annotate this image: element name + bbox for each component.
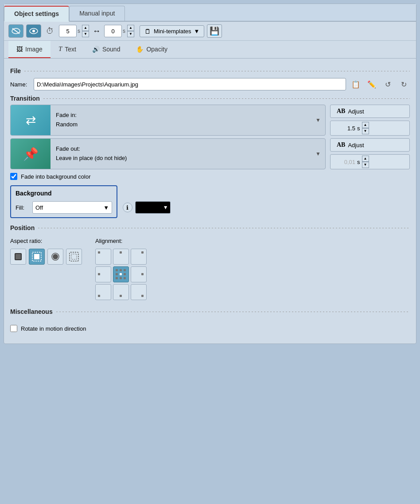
tab-sound[interactable]: 🔊 Sound: [84, 41, 128, 58]
align-bottom-right[interactable]: [131, 284, 147, 300]
offset-arrows: ▲ ▼: [127, 25, 134, 37]
mini-templates-icon: 🗒: [144, 27, 151, 35]
fade-out-adjust-button[interactable]: AB Adjust: [330, 138, 410, 152]
aspect-icon-original[interactable]: [10, 249, 26, 265]
text-tab-label: Text: [65, 46, 76, 53]
svg-rect-9: [53, 254, 58, 259]
background-section-label: Background: [16, 190, 112, 197]
fade-out-dropdown[interactable]: 📌 Fade out: Leave in place (do not hide)…: [10, 138, 326, 169]
rotate-left-button[interactable]: ↺: [381, 78, 394, 90]
rotate-checkbox-row: Rotate in motion direction: [10, 325, 410, 332]
edit-color-button[interactable]: ✏️: [366, 78, 378, 90]
transition-section-label: Transition: [10, 95, 40, 102]
browse-button[interactable]: 📋: [350, 78, 362, 90]
position-section-header: Position: [10, 224, 410, 231]
tab-manual-input[interactable]: Manual input: [69, 6, 125, 21]
tab-text[interactable]: T Text: [51, 41, 84, 58]
offset-up[interactable]: ▲: [127, 25, 134, 31]
color-picker-button[interactable]: ▼: [135, 201, 171, 214]
image-tab-label: Image: [25, 46, 43, 53]
tab-image[interactable]: 🖼 Image: [8, 41, 51, 58]
content-tabs: 🖼 Image T Text 🔊 Sound ✋ Opacity: [4, 41, 416, 59]
fade-in-duration-input[interactable]: [333, 125, 355, 132]
main-container: Object settings Manual input ⏱ 5 s ▲ ▼ ↔: [4, 4, 416, 344]
background-box: Background Fill: Off ▼: [10, 185, 117, 218]
fade-out-up[interactable]: ▲: [362, 156, 369, 162]
visibility-off-btn[interactable]: [8, 24, 23, 38]
color-dropdown-arrow: ▼: [163, 204, 168, 211]
sound-tab-icon: 🔊: [92, 46, 100, 53]
align-middle-center[interactable]: [113, 266, 129, 282]
align-middle-right[interactable]: [131, 266, 147, 282]
fade-out-duration-arrows: ▲ ▼: [362, 156, 369, 168]
image-tab-icon: 🖼: [16, 46, 23, 53]
clock-icon: ⏱: [44, 25, 56, 37]
fade-bg-checkbox-row: Fade into background color: [10, 173, 410, 180]
fill-arrow: ▼: [103, 204, 109, 211]
duration-input[interactable]: 5: [59, 25, 77, 37]
offset-unit: s: [123, 28, 125, 34]
save-icon: 💾: [210, 26, 219, 36]
fill-dropdown[interactable]: Off ▼: [32, 201, 112, 214]
fade-in-duration-arrows: ▲ ▼: [362, 122, 369, 134]
fade-bg-checkbox[interactable]: [10, 173, 17, 180]
fade-bg-label: Fade into background color: [21, 173, 91, 180]
duration-down[interactable]: ▼: [82, 31, 89, 37]
rotate-label: Rotate in motion direction: [21, 325, 86, 332]
align-top-center[interactable]: [113, 249, 129, 265]
misc-content: Rotate in motion direction: [10, 318, 410, 339]
offset-field: 0 s ▲ ▼: [104, 25, 134, 37]
fade-in-dropdown[interactable]: ⇄ Fade in: Random ▼: [10, 105, 326, 136]
fade-out-down[interactable]: ▼: [362, 162, 369, 168]
duration-unit: s: [78, 28, 80, 34]
aspect-icon-fit[interactable]: [29, 249, 45, 265]
file-path-input[interactable]: [34, 78, 346, 90]
rotate-checkbox[interactable]: [10, 325, 17, 332]
fade-in-label: Fade in:: [56, 111, 306, 120]
aspect-icons: [10, 249, 82, 265]
aspect-icon-crop[interactable]: [66, 249, 82, 265]
fade-out-duration-input[interactable]: [333, 159, 355, 165]
fade-out-value: Leave in place (do not hide): [56, 154, 306, 163]
fade-out-thumbnail: 📌: [11, 139, 51, 169]
visibility-on-btn[interactable]: [26, 24, 41, 38]
fade-in-arrow: ▼: [311, 117, 325, 123]
duration-up[interactable]: ▲: [82, 25, 89, 31]
adjust-label: Adjust: [348, 108, 364, 115]
tab-object-settings[interactable]: Object settings: [4, 6, 69, 22]
rotate-right-button[interactable]: ↻: [397, 78, 410, 90]
file-row: Name: 📋 ✏️ ↺ ↻: [10, 78, 410, 90]
info-icon[interactable]: ℹ: [123, 203, 132, 212]
offset-input[interactable]: 0: [104, 25, 122, 37]
miscellaneous-section-label: Miscellaneous: [10, 308, 53, 315]
offset-down[interactable]: ▼: [127, 31, 134, 37]
fade-in-up[interactable]: ▲: [362, 122, 369, 128]
mini-templates-arrow: ▼: [194, 28, 200, 35]
adjust-icon2: AB: [337, 141, 345, 148]
fade-in-down[interactable]: ▼: [362, 128, 369, 134]
transition-section-header: Transition: [10, 95, 410, 102]
align-middle-left[interactable]: [95, 266, 111, 282]
save-button[interactable]: 💾: [207, 24, 222, 38]
aspect-icon-stretch[interactable]: [47, 249, 63, 265]
svg-rect-10: [70, 252, 78, 261]
align-bottom-left[interactable]: [95, 284, 111, 300]
fade-in-adjust-button[interactable]: AB Adjust: [330, 105, 410, 118]
align-top-right[interactable]: [131, 249, 147, 265]
align-bottom-center[interactable]: [113, 284, 129, 300]
fade-in-duration: s ▲ ▼: [330, 121, 410, 136]
file-name-label: Name:: [10, 81, 30, 88]
mini-templates-button[interactable]: 🗒 Mini-templates ▼: [140, 25, 204, 37]
tab-opacity[interactable]: ✋ Opacity: [128, 41, 175, 58]
fade-in-row: ⇄ Fade in: Random ▼ AB Adjust s ▲: [10, 105, 410, 136]
adjust-label2: Adjust: [348, 142, 364, 148]
duration-field: 5 s ▲ ▼: [59, 25, 89, 37]
aspect-section: Aspect ratio:: [10, 238, 82, 265]
fade-out-arrow: ▼: [311, 151, 325, 157]
fade-out-label: Fade out:: [56, 145, 306, 154]
fill-value: Off: [35, 204, 43, 211]
align-top-left[interactable]: [95, 249, 111, 265]
background-section: Background Fill: Off ▼ ℹ ▼: [10, 184, 410, 220]
file-section-label: File: [10, 67, 21, 74]
fade-out-side: AB Adjust s ▲ ▼: [330, 138, 410, 169]
